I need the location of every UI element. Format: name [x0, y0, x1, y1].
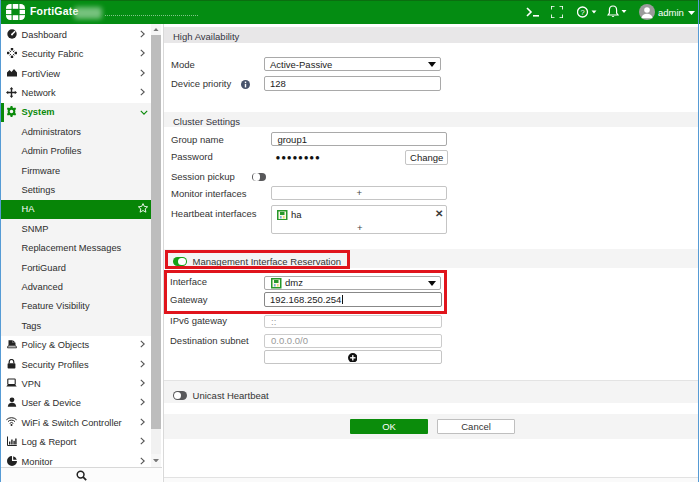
svg-text:?: ?	[580, 8, 584, 17]
